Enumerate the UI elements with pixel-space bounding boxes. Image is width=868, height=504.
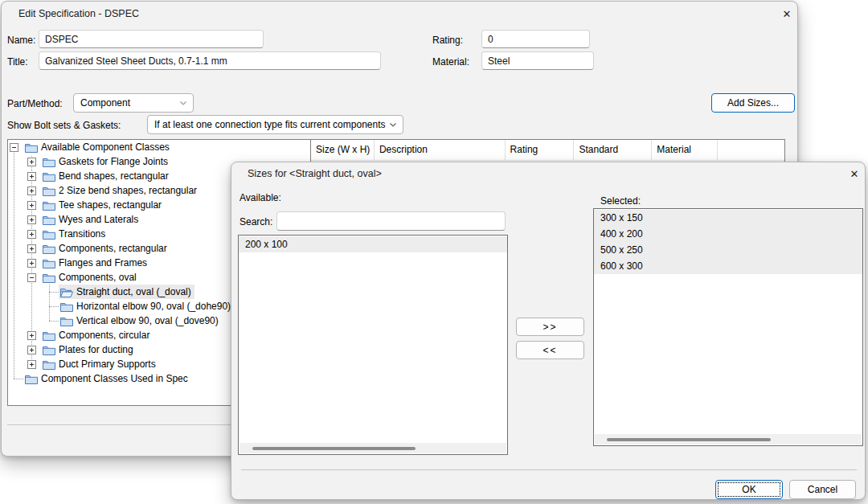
tree-node[interactable]: Components, oval: [41, 270, 140, 285]
folder-icon: [43, 330, 55, 341]
tree-node[interactable]: Components, rectangular: [41, 241, 170, 256]
material-label: Material:: [432, 56, 469, 68]
plus-bar: [31, 348, 32, 352]
folder-icon: [25, 374, 38, 384]
plus-bar: [31, 189, 32, 193]
horizontal-scrollbar[interactable]: [240, 443, 506, 453]
table-header-cell[interactable]: Material: [652, 140, 718, 161]
tree-item-label: 2 Size bend shapes, rectangular: [59, 185, 197, 196]
name-label: Name:: [7, 35, 35, 46]
rating-label: Rating:: [432, 35, 463, 46]
table-header-cell[interactable]: Description: [375, 140, 506, 161]
table-header-cell[interactable]: Size (W x H): [311, 140, 375, 161]
table-header-cell[interactable]: Standard: [574, 140, 652, 161]
list-item[interactable]: 300 x 150: [594, 210, 862, 226]
tree-item-label: Available Component Classes: [41, 141, 170, 153]
material-input[interactable]: [481, 51, 594, 70]
collapse-minus-icon[interactable]: [10, 143, 18, 152]
folder-open-icon: [60, 287, 73, 297]
add-sizes-button[interactable]: Add Sizes...: [711, 93, 795, 113]
show-bolt-sets-label: Show Bolt sets & Gaskets:: [7, 120, 121, 131]
h-scrollbar-thumb[interactable]: [607, 438, 771, 441]
title-input[interactable]: [39, 51, 381, 70]
selected-sizes-list[interactable]: 300 x 150400 x 200500 x 250600 x 300: [593, 208, 863, 446]
plus-bar: [31, 334, 32, 338]
expand-plus-icon[interactable]: [27, 172, 36, 181]
tree-node[interactable]: Straight duct, oval (_doval): [59, 285, 194, 299]
tree-item-label: Horizontal elbow 90, oval (_dohe90): [76, 301, 231, 312]
name-input[interactable]: [39, 30, 264, 48]
horizontal-scrollbar[interactable]: [595, 434, 862, 445]
available-sizes-list[interactable]: 200 x 100: [238, 235, 508, 455]
tree-node[interactable]: Component Classes Used in Spec: [23, 371, 191, 386]
sizes-dialog-title: Sizes for <Straight duct, oval>: [248, 168, 382, 179]
part-method-value: Component: [80, 97, 130, 109]
folder-icon: [43, 345, 55, 355]
plus-bar: [31, 363, 32, 367]
move-right-button[interactable]: >>: [516, 318, 584, 336]
folder-icon: [25, 142, 38, 153]
plus-bar: [31, 232, 32, 236]
tree-node[interactable]: Horizontal elbow 90, oval (_dohe90): [59, 299, 234, 313]
tree-node[interactable]: Components, circular: [41, 328, 153, 342]
close-icon[interactable]: ✕: [844, 166, 865, 183]
tree-item[interactable]: Available Component Classes: [8, 140, 310, 154]
tree-node[interactable]: Wyes and Laterals: [41, 212, 141, 227]
tree-item-label: Components, oval: [59, 272, 137, 283]
search-input[interactable]: [276, 211, 506, 231]
folder-icon: [43, 215, 55, 225]
list-item[interactable]: 200 x 100: [239, 236, 507, 252]
h-scrollbar-thumb[interactable]: [252, 447, 416, 450]
expand-plus-icon[interactable]: [27, 346, 36, 354]
folder-icon: [43, 258, 55, 268]
expand-plus-icon[interactable]: [27, 331, 36, 340]
tree-node[interactable]: Gaskets for Flange Joints: [41, 154, 171, 169]
folder-icon: [43, 229, 55, 240]
expand-plus-icon[interactable]: [27, 244, 36, 253]
expand-plus-icon[interactable]: [27, 360, 36, 369]
tree-node[interactable]: Tee shapes, rectangular: [41, 198, 165, 212]
tree-node[interactable]: Transitions: [41, 227, 108, 241]
list-item[interactable]: 600 x 300: [594, 258, 862, 274]
minus-bar: [12, 147, 16, 148]
list-item[interactable]: 400 x 200: [594, 226, 862, 242]
tree-node[interactable]: Vertical elbow 90, oval (_dove90): [59, 313, 222, 328]
expand-plus-icon[interactable]: [27, 201, 36, 210]
dialog-title: Edit Specification - DSPEC: [18, 8, 139, 19]
ok-button[interactable]: OK: [715, 480, 783, 499]
show-bolt-sets-value: If at least one connection type fits cur…: [154, 119, 386, 130]
table-header-cell[interactable]: [718, 140, 784, 161]
tree-item-label: Bend shapes, rectangular: [59, 170, 169, 182]
expand-plus-icon[interactable]: [27, 158, 36, 166]
rating-input[interactable]: [481, 30, 590, 48]
part-method-select[interactable]: Component: [73, 93, 194, 113]
folder-icon: [60, 316, 73, 326]
close-icon[interactable]: ✕: [776, 6, 797, 23]
folder-icon: [43, 186, 55, 196]
show-bolt-sets-select[interactable]: If at least one connection type fits cur…: [147, 115, 403, 134]
cancel-button[interactable]: Cancel: [789, 480, 856, 499]
table-header-cell[interactable]: Rating: [506, 140, 575, 161]
move-left-button[interactable]: <<: [516, 341, 584, 359]
tree-node[interactable]: 2 Size bend shapes, rectangular: [41, 183, 200, 198]
title-label: Title:: [7, 56, 28, 68]
list-item[interactable]: 500 x 250: [594, 242, 862, 258]
expand-plus-icon[interactable]: [27, 186, 36, 195]
expand-plus-icon[interactable]: [27, 230, 36, 239]
tree-item-label: Vertical elbow 90, oval (_dove90): [76, 315, 219, 326]
tree-node[interactable]: Duct Primary Supports: [41, 357, 159, 371]
sizes-dialog: Sizes for <Straight duct, oval> ✕ Availa…: [231, 162, 866, 500]
tree-item-label: Flanges and Frames: [59, 257, 147, 268]
tree-node[interactable]: Flanges and Frames: [41, 256, 150, 270]
chevron-down-icon: [178, 98, 188, 108]
folder-icon: [60, 301, 73, 312]
collapse-minus-icon[interactable]: [27, 273, 36, 282]
tree-node[interactable]: Bend shapes, rectangular: [41, 169, 172, 183]
expand-plus-icon[interactable]: [27, 259, 36, 268]
plus-bar: [31, 174, 32, 178]
tree-node[interactable]: Plates for ducting: [41, 342, 137, 357]
plus-bar: [31, 203, 32, 207]
expand-plus-icon[interactable]: [27, 215, 36, 224]
tree-item-label: Transitions: [59, 228, 105, 240]
tree-node[interactable]: Available Component Classes: [23, 140, 173, 154]
